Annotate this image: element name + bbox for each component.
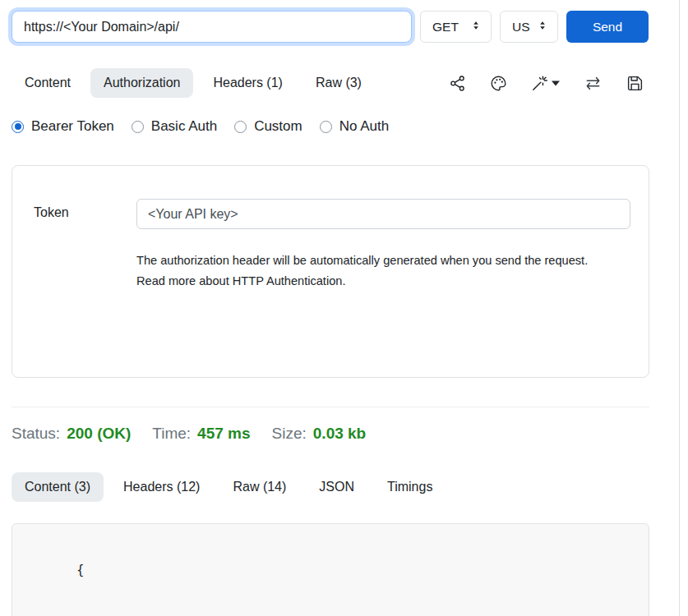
- status-value: 200 (OK): [67, 425, 131, 443]
- size-label: Size:: [272, 425, 307, 443]
- palette-icon[interactable]: [490, 75, 507, 92]
- share-icon[interactable]: [449, 75, 466, 92]
- code-line-open: {: [32, 540, 649, 600]
- updown-arrows-icon: [537, 20, 548, 34]
- time-value: 457 ms: [197, 425, 250, 443]
- status-pair: Status: 200 (OK): [12, 425, 131, 443]
- url-input[interactable]: [12, 11, 412, 43]
- response-tab-headers[interactable]: Headers (12): [110, 472, 213, 502]
- radio-label: Custom: [254, 118, 302, 135]
- response-tab-raw[interactable]: Raw (14): [219, 472, 299, 502]
- icon-toolbar: [449, 75, 649, 92]
- save-icon[interactable]: [626, 75, 644, 92]
- tab-content[interactable]: Content: [12, 68, 84, 98]
- status-label: Status:: [12, 425, 60, 443]
- request-tabs-row: Content Authorization Headers (1) Raw (3…: [12, 68, 649, 98]
- radio-label: Basic Auth: [151, 118, 217, 135]
- code-line-message: "message": "API running.": [32, 600, 649, 616]
- radio-custom[interactable]: Custom: [234, 118, 302, 135]
- token-panel: Token The authorization header will be a…: [12, 165, 649, 378]
- size-pair: Size: 0.03 kb: [272, 425, 367, 443]
- tab-authorization[interactable]: Authorization: [90, 68, 193, 98]
- request-bar: GET US Send: [12, 11, 649, 43]
- response-status-row: Status: 200 (OK) Time: 457 ms Size: 0.03…: [12, 425, 649, 443]
- response-tab-timings[interactable]: Timings: [374, 472, 446, 502]
- token-input[interactable]: [136, 199, 630, 229]
- tab-headers[interactable]: Headers (1): [200, 68, 295, 98]
- method-select-value: GET: [432, 20, 459, 34]
- radio-circle: [132, 121, 144, 133]
- radio-label: No Auth: [339, 118, 390, 135]
- token-label: Token: [34, 199, 136, 377]
- region-select[interactable]: US: [500, 11, 558, 43]
- response-tabs-row: Content (3) Headers (12) Raw (14) JSON T…: [12, 472, 649, 502]
- api-tester-window: GET US Send Content Authorization Header…: [0, 0, 680, 616]
- time-label: Time:: [152, 425, 191, 443]
- tab-raw[interactable]: Raw (3): [302, 68, 375, 98]
- radio-bearer-token[interactable]: Bearer Token: [12, 118, 114, 135]
- radio-basic-auth[interactable]: Basic Auth: [132, 118, 217, 135]
- send-button[interactable]: Send: [566, 11, 649, 43]
- token-field-main: The authorization header will be automat…: [136, 199, 630, 377]
- response-tab-content[interactable]: Content (3): [12, 472, 104, 502]
- radio-circle: [12, 121, 24, 133]
- response-tab-json[interactable]: JSON: [306, 472, 367, 502]
- token-helper-text: The authorization header will be automat…: [136, 251, 620, 292]
- method-select[interactable]: GET: [420, 11, 492, 43]
- swap-icon[interactable]: [584, 75, 603, 92]
- updown-arrows-icon: [470, 20, 482, 34]
- section-divider: [12, 407, 649, 407]
- time-pair: Time: 457 ms: [152, 425, 250, 443]
- radio-no-auth[interactable]: No Auth: [320, 118, 390, 135]
- radio-circle: [320, 121, 332, 133]
- radio-label: Bearer Token: [31, 118, 114, 135]
- magic-wand-icon[interactable]: [531, 75, 560, 92]
- size-value: 0.03 kb: [313, 425, 366, 443]
- radio-circle: [234, 121, 247, 133]
- auth-options: Bearer Token Basic Auth Custom No Auth: [12, 118, 649, 135]
- region-select-value: US: [512, 20, 530, 34]
- response-body: { "message": "API running." }: [12, 523, 649, 616]
